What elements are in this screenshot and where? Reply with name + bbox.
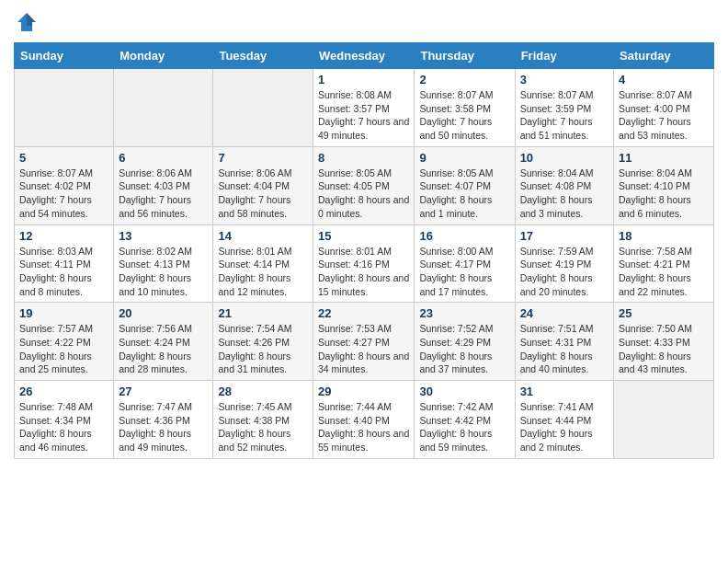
day-number: 22 (318, 306, 409, 320)
weekday-header-thursday: Thursday (415, 43, 515, 69)
calendar-cell: 2Sunrise: 8:07 AM Sunset: 3:58 PM Daylig… (415, 69, 515, 147)
calendar-cell: 7Sunrise: 8:06 AM Sunset: 4:04 PM Daylig… (213, 146, 313, 224)
day-number: 30 (419, 385, 509, 398)
day-info: Sunrise: 7:53 AM Sunset: 4:27 PM Dayligh… (318, 322, 409, 376)
day-number: 8 (318, 151, 409, 165)
day-info: Sunrise: 8:00 AM Sunset: 4:17 PM Dayligh… (419, 245, 509, 299)
day-info: Sunrise: 7:48 AM Sunset: 4:34 PM Dayligh… (19, 400, 108, 454)
logo (14, 9, 42, 35)
day-number: 15 (318, 229, 409, 243)
day-number: 4 (619, 73, 709, 86)
calendar-cell: 23Sunrise: 7:52 AM Sunset: 4:29 PM Dayli… (415, 303, 515, 381)
calendar-cell: 14Sunrise: 8:01 AM Sunset: 4:14 PM Dayli… (213, 224, 313, 303)
calendar-cell (114, 69, 213, 147)
day-number: 5 (19, 151, 108, 165)
day-number: 1 (318, 73, 409, 86)
calendar-table: SundayMondayTuesdayWednesdayThursdayFrid… (14, 42, 714, 459)
day-number: 10 (520, 151, 609, 165)
day-info: Sunrise: 7:45 AM Sunset: 4:38 PM Dayligh… (218, 400, 308, 454)
day-info: Sunrise: 7:57 AM Sunset: 4:22 PM Dayligh… (19, 322, 108, 376)
day-info: Sunrise: 8:07 AM Sunset: 3:59 PM Dayligh… (520, 88, 609, 143)
day-number: 14 (218, 229, 308, 243)
calendar-cell: 13Sunrise: 8:02 AM Sunset: 4:13 PM Dayli… (114, 224, 213, 303)
day-number: 24 (520, 306, 609, 320)
day-info: Sunrise: 7:56 AM Sunset: 4:24 PM Dayligh… (119, 322, 208, 376)
weekday-header-sunday: Sunday (15, 43, 114, 69)
day-number: 7 (218, 151, 308, 165)
day-info: Sunrise: 7:59 AM Sunset: 4:19 PM Dayligh… (520, 245, 609, 299)
calendar-cell: 5Sunrise: 8:07 AM Sunset: 4:02 PM Daylig… (15, 146, 114, 224)
weekday-header-wednesday: Wednesday (313, 43, 415, 69)
day-number: 28 (218, 385, 308, 398)
weekday-header-tuesday: Tuesday (213, 43, 313, 69)
calendar-cell: 11Sunrise: 8:04 AM Sunset: 4:10 PM Dayli… (614, 146, 714, 224)
calendar-cell: 18Sunrise: 7:58 AM Sunset: 4:21 PM Dayli… (614, 224, 714, 303)
day-info: Sunrise: 7:41 AM Sunset: 4:44 PM Dayligh… (520, 400, 609, 454)
day-number: 29 (318, 385, 409, 398)
day-info: Sunrise: 8:07 AM Sunset: 3:58 PM Dayligh… (419, 88, 509, 143)
weekday-header-monday: Monday (114, 43, 213, 69)
calendar-cell: 9Sunrise: 8:05 AM Sunset: 4:07 PM Daylig… (415, 146, 515, 224)
calendar-cell: 8Sunrise: 8:05 AM Sunset: 4:05 PM Daylig… (313, 146, 415, 224)
calendar-cell: 22Sunrise: 7:53 AM Sunset: 4:27 PM Dayli… (313, 303, 415, 381)
calendar-cell: 26Sunrise: 7:48 AM Sunset: 4:34 PM Dayli… (15, 381, 114, 459)
day-number: 21 (218, 306, 308, 320)
header (14, 9, 714, 35)
day-info: Sunrise: 7:52 AM Sunset: 4:29 PM Dayligh… (419, 322, 509, 376)
day-info: Sunrise: 7:47 AM Sunset: 4:36 PM Dayligh… (119, 400, 208, 454)
calendar-cell: 6Sunrise: 8:06 AM Sunset: 4:03 PM Daylig… (114, 146, 213, 224)
calendar-cell: 16Sunrise: 8:00 AM Sunset: 4:17 PM Dayli… (415, 224, 515, 303)
logo-icon (14, 9, 40, 35)
calendar-week-row: 12Sunrise: 8:03 AM Sunset: 4:11 PM Dayli… (15, 224, 714, 303)
day-number: 17 (520, 229, 609, 243)
calendar-cell: 31Sunrise: 7:41 AM Sunset: 4:44 PM Dayli… (515, 381, 613, 459)
day-info: Sunrise: 8:06 AM Sunset: 4:03 PM Dayligh… (119, 167, 208, 221)
day-info: Sunrise: 8:07 AM Sunset: 4:00 PM Dayligh… (619, 88, 709, 143)
calendar-week-row: 26Sunrise: 7:48 AM Sunset: 4:34 PM Dayli… (15, 381, 714, 459)
calendar-cell: 28Sunrise: 7:45 AM Sunset: 4:38 PM Dayli… (213, 381, 313, 459)
page: SundayMondayTuesdayWednesdayThursdayFrid… (0, 0, 728, 473)
day-number: 27 (119, 385, 208, 398)
day-number: 11 (619, 151, 709, 165)
calendar-cell: 21Sunrise: 7:54 AM Sunset: 4:26 PM Dayli… (213, 303, 313, 381)
day-number: 23 (419, 306, 509, 320)
calendar-cell: 24Sunrise: 7:51 AM Sunset: 4:31 PM Dayli… (515, 303, 613, 381)
day-info: Sunrise: 8:07 AM Sunset: 4:02 PM Dayligh… (19, 167, 108, 221)
day-info: Sunrise: 7:42 AM Sunset: 4:42 PM Dayligh… (419, 400, 509, 454)
day-info: Sunrise: 7:44 AM Sunset: 4:40 PM Dayligh… (318, 400, 409, 454)
day-info: Sunrise: 8:08 AM Sunset: 3:57 PM Dayligh… (318, 88, 409, 143)
calendar-week-row: 1Sunrise: 8:08 AM Sunset: 3:57 PM Daylig… (15, 69, 714, 147)
day-number: 6 (119, 151, 208, 165)
calendar-cell (15, 69, 114, 147)
calendar-cell: 27Sunrise: 7:47 AM Sunset: 4:36 PM Dayli… (114, 381, 213, 459)
weekday-header-friday: Friday (515, 43, 613, 69)
day-info: Sunrise: 8:01 AM Sunset: 4:16 PM Dayligh… (318, 245, 409, 299)
calendar-cell: 1Sunrise: 8:08 AM Sunset: 3:57 PM Daylig… (313, 69, 415, 147)
day-number: 19 (19, 306, 108, 320)
day-number: 12 (19, 229, 108, 243)
calendar-cell: 19Sunrise: 7:57 AM Sunset: 4:22 PM Dayli… (15, 303, 114, 381)
calendar-week-row: 5Sunrise: 8:07 AM Sunset: 4:02 PM Daylig… (15, 146, 714, 224)
calendar-cell: 4Sunrise: 8:07 AM Sunset: 4:00 PM Daylig… (614, 69, 714, 147)
calendar-cell (213, 69, 313, 147)
day-info: Sunrise: 7:58 AM Sunset: 4:21 PM Dayligh… (619, 245, 709, 299)
day-number: 2 (419, 73, 509, 86)
calendar-week-row: 19Sunrise: 7:57 AM Sunset: 4:22 PM Dayli… (15, 303, 714, 381)
calendar-cell: 17Sunrise: 7:59 AM Sunset: 4:19 PM Dayli… (515, 224, 613, 303)
day-info: Sunrise: 8:01 AM Sunset: 4:14 PM Dayligh… (218, 245, 308, 299)
day-number: 13 (119, 229, 208, 243)
calendar-cell: 15Sunrise: 8:01 AM Sunset: 4:16 PM Dayli… (313, 224, 415, 303)
day-number: 25 (619, 306, 709, 320)
calendar-cell: 25Sunrise: 7:50 AM Sunset: 4:33 PM Dayli… (614, 303, 714, 381)
day-info: Sunrise: 7:50 AM Sunset: 4:33 PM Dayligh… (619, 322, 709, 376)
day-number: 26 (19, 385, 108, 398)
day-info: Sunrise: 8:05 AM Sunset: 4:05 PM Dayligh… (318, 167, 409, 221)
calendar-cell: 29Sunrise: 7:44 AM Sunset: 4:40 PM Dayli… (313, 381, 415, 459)
calendar-cell: 10Sunrise: 8:04 AM Sunset: 4:08 PM Dayli… (515, 146, 613, 224)
day-info: Sunrise: 8:02 AM Sunset: 4:13 PM Dayligh… (119, 245, 208, 299)
calendar-cell: 30Sunrise: 7:42 AM Sunset: 4:42 PM Dayli… (415, 381, 515, 459)
day-info: Sunrise: 7:51 AM Sunset: 4:31 PM Dayligh… (520, 322, 609, 376)
day-info: Sunrise: 7:54 AM Sunset: 4:26 PM Dayligh… (218, 322, 308, 376)
day-number: 16 (419, 229, 509, 243)
day-info: Sunrise: 8:06 AM Sunset: 4:04 PM Dayligh… (218, 167, 308, 221)
